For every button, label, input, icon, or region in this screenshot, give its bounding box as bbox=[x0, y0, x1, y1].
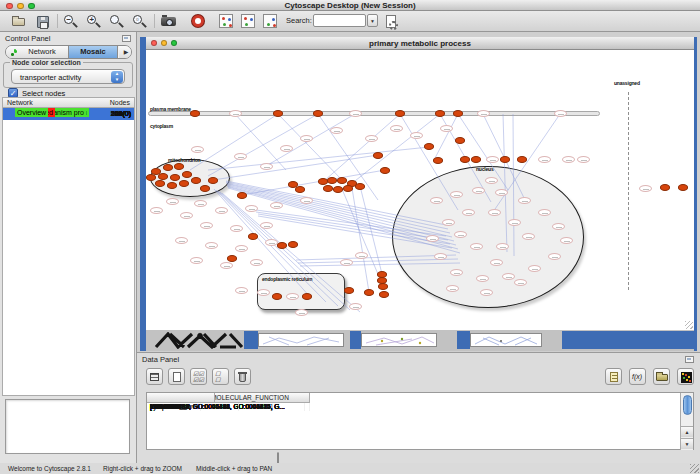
gene-node[interactable] bbox=[355, 252, 368, 259]
tab-mosaic[interactable]: Mosaic bbox=[68, 46, 118, 58]
tab-network[interactable]: Network bbox=[6, 46, 68, 58]
tree-col-network[interactable]: Network bbox=[7, 99, 33, 106]
transporter-gene-node[interactable] bbox=[272, 293, 282, 300]
transporter-gene-node[interactable] bbox=[455, 137, 465, 144]
transporter-gene-node[interactable] bbox=[295, 186, 305, 193]
gene-node[interactable] bbox=[257, 289, 270, 296]
gene-node[interactable] bbox=[560, 237, 573, 244]
transporter-gene-node[interactable] bbox=[208, 177, 218, 184]
gene-node[interactable] bbox=[190, 257, 203, 264]
gene-node[interactable] bbox=[538, 156, 551, 163]
gene-node[interactable] bbox=[295, 309, 308, 316]
transporter-gene-node[interactable] bbox=[424, 143, 434, 150]
transporter-gene-node[interactable] bbox=[379, 291, 389, 298]
select-attributes-button[interactable] bbox=[146, 368, 163, 385]
network-thumbnail[interactable] bbox=[470, 333, 542, 347]
transporter-gene-node[interactable] bbox=[200, 185, 210, 192]
gene-node[interactable] bbox=[476, 275, 489, 282]
gene-node[interactable] bbox=[410, 132, 423, 139]
gene-node[interactable] bbox=[260, 163, 273, 170]
minimized-frame-bar[interactable] bbox=[350, 331, 361, 349]
transporter-gene-node[interactable] bbox=[170, 174, 180, 181]
transporter-gene-node[interactable] bbox=[237, 192, 247, 199]
zoom-out-button[interactable]: − bbox=[62, 13, 80, 30]
gene-node[interactable] bbox=[180, 212, 193, 219]
transporter-gene-node[interactable] bbox=[182, 171, 192, 178]
transporter-gene-node[interactable] bbox=[313, 110, 323, 117]
network-thumbnail[interactable] bbox=[361, 333, 437, 347]
transporter-gene-node[interactable] bbox=[378, 283, 388, 290]
import-attributes-button[interactable] bbox=[653, 368, 670, 385]
minimized-frame-bar[interactable] bbox=[457, 331, 470, 349]
gene-node[interactable] bbox=[496, 243, 509, 250]
import-attributes-button[interactable] bbox=[240, 13, 258, 30]
transporter-gene-node[interactable] bbox=[155, 180, 165, 187]
gene-node[interactable] bbox=[166, 198, 179, 205]
minimized-frame-bar[interactable] bbox=[244, 331, 258, 349]
transporter-gene-node[interactable] bbox=[395, 110, 405, 117]
transporter-gene-node[interactable] bbox=[146, 174, 156, 181]
network-label[interactable]: Overview bbox=[15, 108, 48, 117]
gene-node[interactable] bbox=[538, 209, 551, 216]
transporter-gene-node[interactable] bbox=[227, 255, 237, 262]
transporter-gene-node[interactable] bbox=[678, 184, 688, 191]
unselect-all-attributes-button[interactable]: ☐☐ bbox=[212, 368, 229, 385]
gene-node[interactable] bbox=[330, 127, 343, 134]
gene-node[interactable] bbox=[554, 110, 567, 117]
gene-node[interactable] bbox=[194, 200, 207, 207]
transporter-gene-node[interactable] bbox=[179, 180, 189, 187]
gene-node[interactable] bbox=[480, 289, 493, 296]
gene-node[interactable] bbox=[205, 242, 218, 249]
gene-node[interactable] bbox=[245, 205, 258, 212]
gene-node[interactable] bbox=[548, 253, 561, 260]
delete-attribute-button[interactable] bbox=[234, 368, 251, 385]
gene-node[interactable] bbox=[300, 197, 313, 204]
column-header[interactable] bbox=[147, 393, 215, 403]
gene-node[interactable] bbox=[472, 187, 485, 194]
transporter-gene-node[interactable] bbox=[373, 152, 383, 159]
minimized-frame-bar[interactable] bbox=[562, 331, 694, 349]
tree-col-nodes[interactable]: Nodes bbox=[110, 99, 130, 106]
import-expression-button[interactable] bbox=[262, 13, 280, 30]
gene-node[interactable] bbox=[440, 125, 453, 132]
gene-node[interactable] bbox=[230, 225, 243, 232]
gene-node[interactable] bbox=[522, 233, 535, 240]
save-button[interactable] bbox=[34, 13, 52, 30]
transporter-gene-node[interactable] bbox=[343, 185, 353, 192]
gene-node[interactable] bbox=[490, 259, 503, 266]
transporter-gene-node[interactable] bbox=[327, 177, 337, 184]
node-color-dropdown[interactable]: transporter activity ▲▼ bbox=[11, 69, 125, 84]
search-dropdown-button[interactable]: ▼ bbox=[367, 14, 378, 27]
gene-node[interactable] bbox=[270, 202, 283, 209]
gene-node[interactable] bbox=[577, 156, 590, 163]
gene-node[interactable] bbox=[250, 259, 263, 266]
snapshot-button[interactable] bbox=[160, 13, 178, 30]
gene-node[interactable] bbox=[495, 189, 508, 196]
gene-node[interactable] bbox=[220, 262, 233, 269]
transporter-gene-node[interactable] bbox=[323, 185, 333, 192]
gene-node[interactable] bbox=[639, 185, 652, 192]
transporter-gene-node[interactable] bbox=[660, 184, 670, 191]
gene-node[interactable] bbox=[365, 135, 378, 142]
gene-node[interactable] bbox=[150, 207, 163, 214]
gene-node[interactable] bbox=[175, 237, 188, 244]
gene-node[interactable] bbox=[514, 279, 527, 286]
transporter-gene-node[interactable] bbox=[433, 157, 443, 164]
transporter-gene-node[interactable] bbox=[500, 156, 510, 163]
gene-node[interactable] bbox=[477, 110, 490, 117]
scroll-down-button[interactable]: ▼ bbox=[681, 438, 693, 449]
transporter-gene-node[interactable] bbox=[364, 289, 374, 296]
transporter-gene-node[interactable] bbox=[191, 177, 201, 184]
transporter-gene-node[interactable] bbox=[471, 156, 481, 163]
transporter-gene-node[interactable] bbox=[435, 110, 445, 117]
transporter-gene-node[interactable] bbox=[302, 293, 312, 300]
gene-node[interactable] bbox=[508, 219, 521, 226]
tree-row[interactable]: Overview8(0) bbox=[3, 108, 134, 120]
network-frame-titlebar[interactable]: primary metabolic process bbox=[146, 37, 694, 50]
network-thumbnail[interactable] bbox=[258, 333, 344, 347]
help-button[interactable] bbox=[190, 13, 208, 30]
create-attribute-button[interactable] bbox=[168, 368, 185, 385]
transporter-gene-node[interactable] bbox=[248, 233, 258, 240]
transporter-gene-node[interactable] bbox=[288, 241, 298, 248]
gene-node[interactable] bbox=[502, 273, 515, 280]
